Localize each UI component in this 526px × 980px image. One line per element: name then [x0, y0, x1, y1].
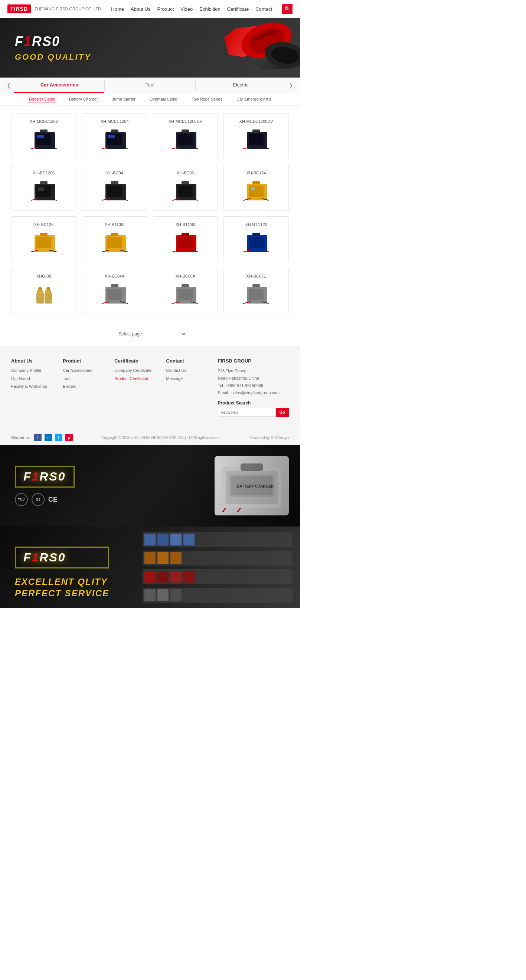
- subcat-tow-rope[interactable]: Tow Rope Series: [190, 96, 224, 102]
- tab-car-accessories[interactable]: Car Accessories: [14, 78, 104, 93]
- shelf-row-4: [143, 588, 293, 603]
- tab-next-arrow[interactable]: ❯: [286, 80, 296, 91]
- product-image-10: [159, 231, 212, 256]
- svg-rect-18: [182, 129, 189, 132]
- nav-home[interactable]: Home: [111, 6, 124, 12]
- product-image-3: [230, 127, 283, 153]
- svg-rect-6: [40, 129, 48, 132]
- shelf-box: [158, 534, 169, 546]
- footer-product: Product Car Accessories Tool Electric: [63, 358, 107, 417]
- social-twitter[interactable]: t: [55, 434, 62, 441]
- footer-facility[interactable]: Facility & Workshop: [11, 383, 55, 390]
- product-name-10: XH-BTC90: [159, 222, 212, 227]
- product-card-8[interactable]: XH-BC126: [11, 216, 77, 262]
- subcat-jump-starter[interactable]: Jump Starter: [111, 96, 137, 102]
- logo: FIRSD: [8, 5, 31, 13]
- social-pinterest[interactable]: p: [65, 434, 73, 441]
- footer-our-brand[interactable]: Our Brand: [11, 375, 55, 382]
- logo-text: FIRSD: [10, 6, 28, 12]
- footer-contact-us[interactable]: Contact Us: [166, 368, 210, 374]
- product-card-0[interactable]: XH-MCBC1202: [11, 113, 77, 159]
- footer-firsd-group: FIRSD GROUP 218 Tiyu Chang Road,Hangzhou…: [218, 358, 289, 417]
- product-name-5: XH-BC04: [88, 171, 142, 175]
- footer-car-accessories[interactable]: Car Accessories: [63, 368, 107, 374]
- product-card-3[interactable]: XH-MCBC1208DV: [223, 113, 289, 159]
- hero-logo: F1RS0: [15, 34, 91, 49]
- svg-rect-61: [178, 237, 193, 248]
- product-image-2: [159, 127, 212, 153]
- shelf-row-3: [143, 569, 293, 584]
- hero-left: F1RS0 GOOD QUALITY: [15, 34, 91, 62]
- svg-rect-82: [178, 289, 193, 300]
- footer-company-profile[interactable]: Company Profile: [11, 368, 55, 374]
- product-card-15[interactable]: XH-BC07L: [223, 268, 289, 314]
- product-card-2[interactable]: XH-MCBC1206DV: [153, 113, 218, 159]
- product-card-11[interactable]: XH-BTC120: [223, 216, 289, 262]
- product-card-1[interactable]: XH-MCBC1204: [82, 113, 147, 159]
- tab-electric[interactable]: Electric: [196, 78, 286, 93]
- nav-product[interactable]: Product: [157, 6, 174, 12]
- product-card-9[interactable]: XH-BTC60: [82, 216, 147, 262]
- subcat-overhaul-lamp[interactable]: Overhaul Lamp: [148, 96, 179, 102]
- product-card-6[interactable]: XH-BC06: [153, 165, 218, 211]
- tab-tool[interactable]: Tool: [105, 78, 195, 93]
- social-facebook[interactable]: f: [34, 434, 41, 441]
- product-svg-10: [171, 232, 200, 256]
- share-row: Shared to : f in t p: [11, 434, 73, 441]
- svg-rect-50: [40, 233, 48, 235]
- nav-contact[interactable]: Contact: [255, 6, 272, 12]
- product-card-5[interactable]: XH-BC04: [82, 165, 147, 211]
- footer-electric[interactable]: Electric: [63, 383, 107, 390]
- product-name-4: XH-BC1206: [17, 171, 70, 175]
- product-name-15: XH-BC07L: [230, 274, 283, 278]
- nav-video[interactable]: Video: [180, 6, 193, 12]
- nav-certificate[interactable]: Certificate: [227, 6, 249, 12]
- subcat-booster-cable[interactable]: Booster Cable: [27, 96, 56, 102]
- promo1-left: F1RS0 TÜV GS CE: [15, 466, 75, 506]
- svg-rect-39: [182, 181, 189, 184]
- footer-search-go[interactable]: Go: [276, 408, 289, 417]
- product-svg-0: [29, 128, 59, 153]
- product-svg-12: [29, 283, 59, 307]
- product-card-13[interactable]: XH-BC04A: [82, 268, 147, 314]
- product-name-0: XH-MCBC1202: [17, 119, 70, 124]
- svg-rect-66: [249, 237, 263, 248]
- subcat-car-emergency[interactable]: Car Emergency Kit: [235, 96, 272, 102]
- product-card-4[interactable]: XH-BC1206: [11, 165, 77, 211]
- search-button[interactable]: 🔍: [282, 4, 293, 14]
- product-name-7: XH-BC124: [230, 171, 283, 175]
- shelf-box: [144, 589, 156, 601]
- page-select[interactable]: Select page Page 1 Page 2: [113, 329, 187, 339]
- svg-rect-77: [107, 289, 122, 300]
- hero-tagline: GOOD QUALITY: [15, 52, 91, 62]
- product-card-14[interactable]: XH-BC06A: [153, 268, 218, 314]
- product-card-10[interactable]: XH-BTC90: [153, 216, 218, 262]
- product-name-6: XH-BC06: [159, 171, 212, 175]
- product-image-15: [230, 282, 283, 308]
- product-image-6: [159, 179, 212, 205]
- shelf-box: [158, 589, 169, 601]
- product-image-7: [230, 179, 283, 205]
- shelf-row-1: [143, 532, 293, 547]
- footer-message[interactable]: Message: [166, 375, 210, 382]
- product-image-1: [88, 127, 142, 153]
- nav-exhibition[interactable]: Exhibition: [199, 6, 220, 12]
- product-card-7[interactable]: XH-BC124: [223, 165, 289, 211]
- footer-company-cert[interactable]: Company Certificate: [114, 368, 158, 374]
- social-linkedin[interactable]: in: [45, 434, 52, 441]
- footer-about: About Us Company Profile Our Brand Facil…: [11, 358, 55, 417]
- product-svg-4: [29, 180, 59, 204]
- nav-about[interactable]: About Us: [131, 6, 150, 12]
- footer-search-input[interactable]: [218, 408, 276, 417]
- footer-tool[interactable]: Tool: [63, 375, 107, 382]
- svg-rect-12: [111, 129, 118, 132]
- tab-prev-arrow[interactable]: ❮: [4, 80, 14, 91]
- svg-rect-34: [111, 181, 118, 184]
- product-name-14: XH-BC06A: [159, 274, 212, 278]
- footer-product-cert[interactable]: Product Certificate: [114, 375, 158, 382]
- promo2-tagline: EXCELLENT QLITY PERFECT SERVICE: [15, 576, 109, 599]
- subcat-battery-charger[interactable]: Battery Charger: [68, 96, 99, 102]
- product-card-12[interactable]: XHQ-08: [11, 268, 77, 314]
- footer: About Us Company Profile Our Brand Facil…: [0, 347, 300, 428]
- promo-banner-2: F1RS0 EXCELLENT QLITY PERFECT SERVICE: [0, 527, 300, 608]
